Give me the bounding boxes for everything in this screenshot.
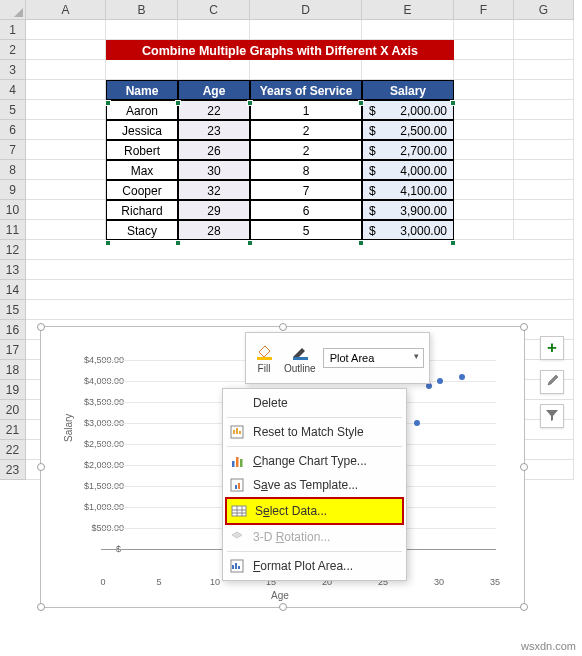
cell[interactable] [178, 20, 250, 40]
cell[interactable] [514, 220, 574, 240]
table-cell[interactable]: $3,000.00 [362, 220, 454, 240]
row-14[interactable]: 14 [0, 280, 26, 300]
resize-handle[interactable] [37, 603, 45, 611]
cell[interactable] [26, 60, 106, 80]
cell[interactable] [362, 20, 454, 40]
cell[interactable] [514, 20, 574, 40]
outline-button[interactable]: Outline [281, 342, 319, 375]
cell[interactable] [454, 100, 514, 120]
row-3[interactable]: 3 [0, 60, 26, 80]
table-cell[interactable]: 6 [250, 200, 362, 220]
fill-button[interactable]: Fill [251, 342, 277, 375]
cell[interactable] [514, 140, 574, 160]
table-cell[interactable]: 23 [178, 120, 250, 140]
cell[interactable] [454, 160, 514, 180]
cell[interactable] [106, 60, 178, 80]
cell[interactable] [26, 80, 106, 100]
row-8[interactable]: 8 [0, 160, 26, 180]
row-15[interactable]: 15 [0, 300, 26, 320]
table-cell[interactable]: Robert [106, 140, 178, 160]
resize-handle[interactable] [520, 463, 528, 471]
table-cell[interactable]: Stacy [106, 220, 178, 240]
cell[interactable] [514, 180, 574, 200]
range-handle[interactable] [175, 240, 181, 246]
cell[interactable] [514, 160, 574, 180]
cell[interactable] [26, 40, 106, 60]
row-11[interactable]: 11 [0, 220, 26, 240]
col-C[interactable]: C [178, 0, 250, 20]
row-18[interactable]: 18 [0, 360, 26, 380]
cell[interactable] [26, 20, 106, 40]
range-handle[interactable] [358, 100, 364, 106]
menu-save-template[interactable]: Save as Template... [223, 473, 406, 497]
select-all-corner[interactable] [0, 0, 26, 20]
th-age[interactable]: Age [178, 80, 250, 100]
cell[interactable] [26, 260, 574, 280]
table-cell[interactable]: 5 [250, 220, 362, 240]
cell[interactable] [26, 200, 106, 220]
menu-reset[interactable]: Reset to Match Style [223, 420, 406, 444]
cell[interactable] [250, 20, 362, 40]
table-cell[interactable]: $3,900.00 [362, 200, 454, 220]
table-cell[interactable]: 28 [178, 220, 250, 240]
cell[interactable] [514, 40, 574, 60]
resize-handle[interactable] [279, 323, 287, 331]
cell[interactable] [454, 120, 514, 140]
chart-filters-button[interactable] [540, 404, 564, 428]
resize-handle[interactable] [520, 323, 528, 331]
table-cell[interactable]: $4,100.00 [362, 180, 454, 200]
row-4[interactable]: 4 [0, 80, 26, 100]
row-12[interactable]: 12 [0, 240, 26, 260]
row-22[interactable]: 22 [0, 440, 26, 460]
range-handle[interactable] [105, 240, 111, 246]
row-16[interactable]: 16 [0, 320, 26, 340]
menu-change-chart-type[interactable]: Change Chart Type... [223, 449, 406, 473]
table-cell[interactable]: 7 [250, 180, 362, 200]
cell[interactable] [514, 120, 574, 140]
resize-handle[interactable] [37, 323, 45, 331]
col-E[interactable]: E [362, 0, 454, 20]
cell[interactable] [514, 80, 574, 100]
table-cell[interactable]: 2 [250, 120, 362, 140]
cell[interactable] [514, 200, 574, 220]
cell[interactable] [454, 20, 514, 40]
col-A[interactable]: A [26, 0, 106, 20]
row-9[interactable]: 9 [0, 180, 26, 200]
table-cell[interactable]: $2,000.00 [362, 100, 454, 120]
table-cell[interactable]: 8 [250, 160, 362, 180]
table-cell[interactable]: 22 [178, 100, 250, 120]
table-cell[interactable]: $2,700.00 [362, 140, 454, 160]
cell[interactable] [454, 180, 514, 200]
chart-elements-button[interactable]: + [540, 336, 564, 360]
cell[interactable] [514, 100, 574, 120]
row-19[interactable]: 19 [0, 380, 26, 400]
cell[interactable] [454, 220, 514, 240]
cell[interactable] [250, 60, 362, 80]
cell[interactable] [26, 300, 574, 320]
row-2[interactable]: 2 [0, 40, 26, 60]
table-cell[interactable]: Max [106, 160, 178, 180]
row-13[interactable]: 13 [0, 260, 26, 280]
cell[interactable] [26, 160, 106, 180]
range-handle[interactable] [358, 240, 364, 246]
cell[interactable] [26, 220, 106, 240]
row-1[interactable]: 1 [0, 20, 26, 40]
row-10[interactable]: 10 [0, 200, 26, 220]
col-F[interactable]: F [454, 0, 514, 20]
col-D[interactable]: D [250, 0, 362, 20]
table-cell[interactable]: Jessica [106, 120, 178, 140]
cell[interactable] [26, 120, 106, 140]
row-20[interactable]: 20 [0, 400, 26, 420]
table-cell[interactable]: Richard [106, 200, 178, 220]
cell[interactable] [26, 100, 106, 120]
menu-select-data[interactable]: Select Data... [225, 497, 404, 525]
range-handle[interactable] [247, 100, 253, 106]
chart-element-combo[interactable]: Plot Area [323, 348, 424, 368]
cell[interactable] [454, 40, 514, 60]
table-cell[interactable]: Cooper [106, 180, 178, 200]
resize-handle[interactable] [279, 603, 287, 611]
row-5[interactable]: 5 [0, 100, 26, 120]
cell[interactable] [454, 200, 514, 220]
table-cell[interactable]: 1 [250, 100, 362, 120]
cell[interactable] [26, 280, 574, 300]
